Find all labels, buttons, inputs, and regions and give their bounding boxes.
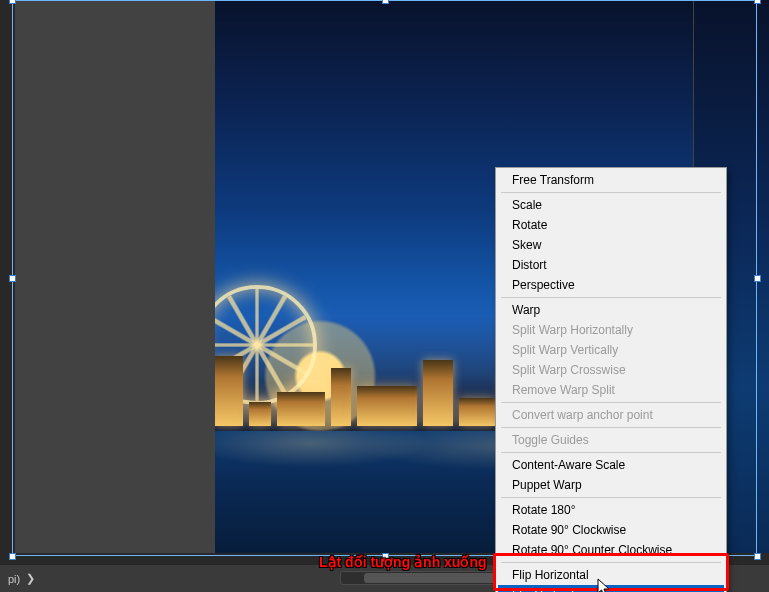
menu-item-free-transform[interactable]: Free Transform bbox=[498, 170, 724, 190]
menu-separator bbox=[501, 297, 721, 298]
menu-item-rotate-90-counter-clockwise[interactable]: Rotate 90° Counter Clockwise bbox=[498, 540, 724, 560]
menu-separator bbox=[501, 427, 721, 428]
transform-handle[interactable] bbox=[9, 553, 16, 560]
menu-item-flip-vertical[interactable]: Flip Vertical bbox=[498, 585, 724, 592]
status-chevron-icon[interactable]: ❯ bbox=[26, 572, 35, 585]
menu-item-warp[interactable]: Warp bbox=[498, 300, 724, 320]
menu-item-puppet-warp[interactable]: Puppet Warp bbox=[498, 475, 724, 495]
transform-handle[interactable] bbox=[754, 553, 761, 560]
menu-item-rotate[interactable]: Rotate bbox=[498, 215, 724, 235]
menu-item-split-warp-crosswise: Split Warp Crosswise bbox=[498, 360, 724, 380]
status-left-text: pi) bbox=[8, 573, 20, 585]
annotation-text: Lật đối tượng ảnh xuống bbox=[319, 554, 487, 570]
menu-separator bbox=[501, 192, 721, 193]
menu-separator bbox=[501, 452, 721, 453]
menu-item-distort[interactable]: Distort bbox=[498, 255, 724, 275]
menu-item-rotate-180[interactable]: Rotate 180° bbox=[498, 500, 724, 520]
menu-item-convert-warp-anchor-point: Convert warp anchor point bbox=[498, 405, 724, 425]
transform-handle[interactable] bbox=[382, 0, 389, 4]
menu-item-skew[interactable]: Skew bbox=[498, 235, 724, 255]
menu-item-flip-horizontal[interactable]: Flip Horizontal bbox=[498, 565, 724, 585]
menu-separator bbox=[501, 562, 721, 563]
transform-handle[interactable] bbox=[9, 0, 16, 4]
menu-item-split-warp-horizontally: Split Warp Horizontally bbox=[498, 320, 724, 340]
transform-handle[interactable] bbox=[754, 0, 761, 4]
menu-item-remove-warp-split: Remove Warp Split bbox=[498, 380, 724, 400]
menu-item-split-warp-vertically: Split Warp Vertically bbox=[498, 340, 724, 360]
menu-item-rotate-90-clockwise[interactable]: Rotate 90° Clockwise bbox=[498, 520, 724, 540]
menu-item-content-aware-scale[interactable]: Content-Aware Scale bbox=[498, 455, 724, 475]
transform-handle[interactable] bbox=[754, 275, 761, 282]
menu-item-perspective[interactable]: Perspective bbox=[498, 275, 724, 295]
menu-item-toggle-guides: Toggle Guides bbox=[498, 430, 724, 450]
menu-separator bbox=[501, 402, 721, 403]
menu-separator bbox=[501, 497, 721, 498]
menu-item-scale[interactable]: Scale bbox=[498, 195, 724, 215]
transform-context-menu[interactable]: Free TransformScaleRotateSkewDistortPers… bbox=[495, 167, 727, 592]
transform-handle[interactable] bbox=[9, 275, 16, 282]
